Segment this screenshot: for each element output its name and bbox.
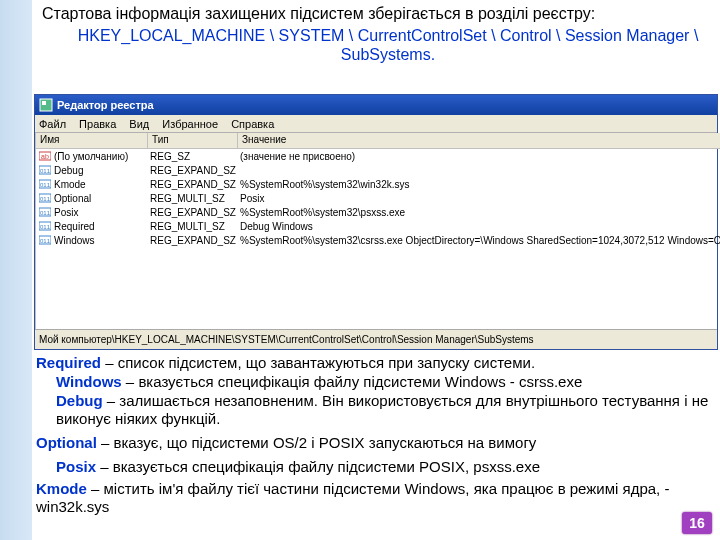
col-value[interactable]: Значение bbox=[238, 133, 720, 148]
value-data: %SystemRoot%\system32\win32k.sys bbox=[238, 179, 720, 190]
value-data: Debug Windows bbox=[238, 221, 720, 232]
value-name: Optional bbox=[54, 193, 91, 204]
value-name: Windows bbox=[54, 235, 95, 246]
desc-debug: Debug – залишається незаповненим. Він ви… bbox=[36, 392, 720, 428]
panes: ExecutiveFileRenameOpekernel+KnownDLLs+M… bbox=[35, 133, 717, 329]
value-data: %SystemRoot%\system32\psxss.exe bbox=[238, 207, 720, 218]
value-data: %SystemRoot%\system32\csrss.exe ObjectDi… bbox=[238, 235, 720, 246]
required-label: Required bbox=[36, 354, 101, 371]
windows-label: Windows bbox=[56, 373, 122, 390]
list-row[interactable]: 011RequiredREG_MULTI_SZDebug Windows bbox=[36, 219, 720, 233]
value-type: REG_SZ bbox=[148, 151, 238, 162]
menu-fav[interactable]: Избранное bbox=[162, 118, 218, 130]
value-name: Posix bbox=[54, 207, 78, 218]
list-row[interactable]: 011KmodeREG_EXPAND_SZ%SystemRoot%\system… bbox=[36, 177, 720, 191]
svg-text:011: 011 bbox=[40, 196, 51, 202]
value-name: Required bbox=[54, 221, 95, 232]
regedit-window: Редактор реестра Файл Правка Вид Избранн… bbox=[34, 94, 718, 350]
debug-text: – залишається незаповненим. Він використ… bbox=[56, 392, 708, 427]
statusbar: Мой компьютер\HKEY_LOCAL_MACHINE\SYSTEM\… bbox=[35, 329, 717, 349]
value-type: REG_EXPAND_SZ bbox=[148, 235, 238, 246]
optional-text: – вказує, що підсистеми OS/2 і POSIX зап… bbox=[97, 434, 537, 451]
desc-windows: Windows – вказується специфікація файлу … bbox=[36, 373, 720, 391]
binary-value-icon: 011 bbox=[39, 164, 51, 176]
registry-path: HKEY_LOCAL_MACHINE \ SYSTEM \ CurrentCon… bbox=[38, 24, 718, 68]
debug-label: Debug bbox=[56, 392, 103, 409]
posix-text: – вказується специфікація файлу підсисте… bbox=[96, 458, 540, 475]
list-pane: Имя Тип Значение ab(По умолчанию)REG_SZ(… bbox=[36, 133, 720, 329]
svg-rect-1 bbox=[42, 101, 46, 105]
content-area: Стартова інформація захищених підсистем … bbox=[38, 0, 718, 68]
desc-posix: Posix – вказується специфікація файлу пі… bbox=[36, 458, 720, 476]
slide: 1. ОС WINDOWS Стартова інформація захище… bbox=[0, 0, 720, 540]
value-name: Debug bbox=[54, 165, 83, 176]
value-data: Posix bbox=[238, 193, 720, 204]
titlebar: Редактор реестра bbox=[35, 95, 717, 115]
menu-edit[interactable]: Правка bbox=[79, 118, 116, 130]
svg-text:011: 011 bbox=[40, 168, 51, 174]
windows-text: – вказується специфікація файлу підсисте… bbox=[122, 373, 583, 390]
optional-label: Optional bbox=[36, 434, 97, 451]
sidebar: 1. ОС WINDOWS bbox=[0, 0, 32, 540]
window-title: Редактор реестра bbox=[57, 95, 154, 115]
desc-kmode: Kmode – містить ім'я файлу тієї частини … bbox=[36, 480, 720, 516]
value-data: (значение не присвоено) bbox=[238, 151, 720, 162]
menubar[interactable]: Файл Правка Вид Избранное Справка bbox=[35, 115, 717, 133]
list-body[interactable]: ab(По умолчанию)REG_SZ(значение не присв… bbox=[36, 149, 720, 329]
value-name: Kmode bbox=[54, 179, 86, 190]
svg-text:011: 011 bbox=[40, 182, 51, 188]
value-type: REG_EXPAND_SZ bbox=[148, 165, 238, 176]
svg-text:011: 011 bbox=[40, 238, 51, 244]
value-type: REG_EXPAND_SZ bbox=[148, 179, 238, 190]
col-type[interactable]: Тип bbox=[148, 133, 238, 148]
kmode-text: – містить ім'я файлу тієї частини підсис… bbox=[36, 480, 669, 515]
list-header: Имя Тип Значение bbox=[36, 133, 720, 149]
binary-value-icon: 011 bbox=[39, 220, 51, 232]
menu-file[interactable]: Файл bbox=[39, 118, 66, 130]
menu-view[interactable]: Вид bbox=[129, 118, 149, 130]
list-row[interactable]: 011WindowsREG_EXPAND_SZ%SystemRoot%\syst… bbox=[36, 233, 720, 247]
value-type: REG_MULTI_SZ bbox=[148, 221, 238, 232]
list-row[interactable]: 011OptionalREG_MULTI_SZPosix bbox=[36, 191, 720, 205]
desc-optional: Optional – вказує, що підсистеми OS/2 і … bbox=[36, 434, 720, 452]
kmode-label: Kmode bbox=[36, 480, 87, 497]
binary-value-icon: 011 bbox=[39, 206, 51, 218]
menu-help[interactable]: Справка bbox=[231, 118, 274, 130]
binary-value-icon: 011 bbox=[39, 192, 51, 204]
desc-required: Required – список підсистем, що завантаж… bbox=[36, 354, 720, 372]
svg-text:011: 011 bbox=[40, 210, 51, 216]
svg-text:ab: ab bbox=[41, 153, 49, 160]
value-type: REG_MULTI_SZ bbox=[148, 193, 238, 204]
value-name: (По умолчанию) bbox=[54, 151, 128, 162]
list-row[interactable]: 011PosixREG_EXPAND_SZ%SystemRoot%\system… bbox=[36, 205, 720, 219]
string-value-icon: ab bbox=[39, 150, 51, 162]
posix-label: Posix bbox=[56, 458, 96, 475]
app-icon bbox=[39, 98, 53, 112]
list-row[interactable]: 011DebugREG_EXPAND_SZ bbox=[36, 163, 720, 177]
list-row[interactable]: ab(По умолчанию)REG_SZ(значение не присв… bbox=[36, 149, 720, 163]
required-text: – список підсистем, що завантажуються пр… bbox=[101, 354, 535, 371]
binary-value-icon: 011 bbox=[39, 234, 51, 246]
sidebar-title: 1. ОС WINDOWS bbox=[0, 374, 5, 530]
value-type: REG_EXPAND_SZ bbox=[148, 207, 238, 218]
col-name[interactable]: Имя bbox=[36, 133, 148, 148]
svg-text:011: 011 bbox=[40, 224, 51, 230]
intro-text: Стартова інформація захищених підсистем … bbox=[38, 0, 718, 24]
page-number-badge: 16 bbox=[682, 512, 712, 534]
binary-value-icon: 011 bbox=[39, 178, 51, 190]
